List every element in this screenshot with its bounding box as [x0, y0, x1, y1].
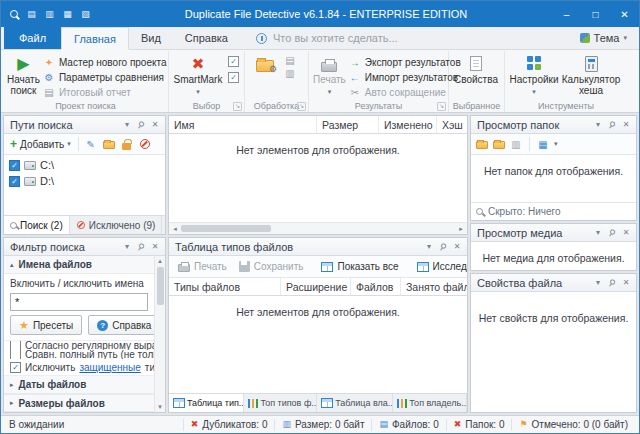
full-path-checkbox-row[interactable]: Сравн. полный путь (не только и	[4, 350, 154, 359]
lock-icon[interactable]	[119, 136, 135, 152]
add-path-button[interactable]: + Добавить ▾	[7, 137, 74, 152]
auto-reduce-button[interactable]: ✂ Авто сокращение	[349, 85, 461, 99]
tab-excluded-paths[interactable]: Исключено (9)	[70, 216, 163, 234]
summary-report-button[interactable]: ▤ Итоговый отчет	[43, 85, 167, 99]
tab-owners-table[interactable]: Таблица вла...	[317, 394, 393, 412]
chevron-down-icon[interactable]: ▾	[554, 140, 558, 148]
folder-browse-icon[interactable]	[101, 136, 117, 152]
refresh-icon[interactable]: ▥	[510, 139, 522, 150]
exclude-protected-checkbox-row[interactable]: ✓ Исключить защищенные типы фа	[4, 359, 154, 376]
path-checkbox[interactable]: ✓	[9, 160, 20, 171]
column-files[interactable]: Файлов	[351, 278, 401, 295]
settings-button[interactable]: Настройки ▾	[508, 52, 560, 99]
app-icon[interactable]	[7, 8, 20, 21]
tab-file-types-table[interactable]: Таблица тип...	[169, 394, 244, 412]
scroll-thumb[interactable]	[157, 267, 164, 305]
tab-label: Топ владель...	[409, 398, 467, 408]
open-project-icon[interactable]: ▥	[43, 8, 56, 21]
section-file-dates[interactable]: ▸ Даты файлов	[4, 376, 154, 394]
column-name[interactable]: Имя	[169, 116, 317, 133]
column-modified[interactable]: Изменено	[379, 116, 437, 133]
path-row[interactable]: ✓ C:\	[4, 157, 165, 173]
section-file-sizes[interactable]: ▸ Размеры файлов	[4, 394, 154, 412]
filter-vertical-scrollbar[interactable]: ▴ ▾	[154, 256, 165, 412]
presets-button[interactable]: ★ Пресеты	[10, 315, 82, 335]
maximize-button[interactable]: □	[581, 1, 610, 27]
close-icon[interactable]: ✕	[619, 226, 633, 240]
import-results-button[interactable]: ← Импорт результатов	[349, 70, 461, 84]
view-options-icon[interactable]: ▦	[537, 139, 549, 150]
minimize-button[interactable]: –	[552, 1, 581, 27]
process-copy-icon[interactable]: ▤	[284, 54, 296, 66]
print-table-label: Печать	[194, 261, 227, 272]
comparison-options-button[interactable]: ⚙ Параметры сравнения	[43, 70, 167, 84]
expand-folders-icon[interactable]	[476, 141, 488, 149]
column-size[interactable]: Размер	[317, 116, 379, 133]
save-project-icon[interactable]: ▦	[61, 8, 74, 21]
show-all-button[interactable]: Показать все	[316, 259, 403, 274]
tab-search-label: Поиск (2)	[20, 220, 63, 231]
report-icon[interactable]: ▧	[79, 8, 92, 21]
tell-me-search[interactable]: Что вы хотите сделать...	[256, 27, 398, 49]
tab-help[interactable]: Справка	[173, 27, 240, 49]
regex-checkbox[interactable]	[10, 341, 21, 350]
process-move-icon[interactable]: ▥	[284, 67, 296, 79]
column-extension[interactable]: Расширение	[281, 278, 351, 295]
selection-dialog-launcher[interactable]: ↘	[233, 102, 242, 111]
scroll-left-arrow[interactable]: ◂	[170, 225, 180, 233]
path-checkbox[interactable]: ✓	[9, 176, 20, 187]
edit-path-icon[interactable]: ✎	[83, 136, 99, 152]
tab-top-owners[interactable]: Топ владель...	[393, 394, 467, 412]
exclude-path-icon[interactable]	[137, 136, 153, 152]
scroll-right-arrow[interactable]: ▸	[456, 225, 466, 233]
column-file-types[interactable]: Типы файлов	[169, 278, 281, 295]
scroll-down-arrow[interactable]: ▾	[155, 402, 165, 412]
save-table-button[interactable]: Сохранить	[234, 259, 309, 274]
start-search-button[interactable]: ▶ Начать поиск	[6, 52, 41, 98]
close-icon[interactable]: ✕	[148, 118, 162, 132]
hidden-filter-row[interactable]: Скрыто: Ничего	[471, 202, 636, 220]
tab-top-file-types[interactable]: Топ типов ф...	[244, 394, 317, 412]
collapse-folders-icon[interactable]	[493, 141, 505, 149]
path-row[interactable]: ✓ D:\	[4, 173, 165, 189]
presets-label: Пресеты	[33, 320, 73, 331]
close-icon[interactable]: ✕	[619, 276, 633, 290]
new-project-icon[interactable]: ▤	[25, 8, 38, 21]
close-button[interactable]: ✕	[610, 1, 639, 27]
regex-checkbox-row[interactable]: Согласно регулярному выражение	[4, 341, 154, 350]
results-dialog-launcher[interactable]: ↘	[437, 102, 446, 111]
column-hash[interactable]: Хэш	[437, 116, 467, 133]
media-view-header: Просмотр медиа ▾ ⚲ ✕	[471, 224, 636, 242]
explore-button[interactable]: Исследовать	[412, 259, 468, 274]
name-pattern-input[interactable]	[10, 293, 148, 311]
tab-view[interactable]: Вид	[129, 27, 173, 49]
properties-button[interactable]: Свойства	[452, 52, 500, 87]
tab-file[interactable]: Файл	[4, 27, 61, 49]
mark-all-icon[interactable]: ✓	[228, 56, 239, 67]
close-icon[interactable]: ✕	[450, 240, 464, 254]
close-icon[interactable]: ✕	[619, 118, 633, 132]
full-path-checkbox[interactable]	[10, 350, 21, 359]
export-results-button[interactable]: → Экспорт результатов	[349, 55, 461, 69]
section-file-names[interactable]: ▴ Имена файлов	[4, 256, 154, 274]
invert-marks-icon[interactable]: ✓	[228, 72, 239, 83]
tab-search-paths[interactable]: Поиск (2)	[4, 216, 70, 234]
print-table-button[interactable]: Печать	[173, 259, 232, 274]
process-files-button[interactable]: ⚙	[248, 52, 282, 75]
exclude-protected-checkbox[interactable]: ✓	[10, 362, 21, 373]
smartmark-button[interactable]: ✖ SmartMark ▾	[172, 52, 224, 99]
new-project-wizard-button[interactable]: ✦ Мастер нового проекта	[43, 55, 167, 69]
help-button[interactable]: ? Справка	[88, 315, 154, 335]
results-list-panel: Имя Размер Изменено Хэш Нет элементов дл…	[168, 115, 468, 235]
column-occupied[interactable]: Занято файла	[401, 278, 467, 295]
print-button[interactable]: Печать ▾	[312, 52, 347, 99]
theme-selector[interactable]: Тема ▾	[568, 27, 639, 49]
hash-calculator-button[interactable]: Калькулятор хеша	[560, 52, 622, 98]
scroll-up-arrow[interactable]: ▴	[155, 256, 165, 266]
scroll-thumb[interactable]	[181, 225, 271, 232]
protected-types-link[interactable]: защищенные	[79, 362, 140, 373]
processing-dialog-launcher[interactable]: ↘	[297, 102, 306, 111]
tab-home[interactable]: Главная	[61, 27, 129, 50]
close-icon[interactable]: ✕	[148, 240, 162, 254]
results-horizontal-scrollbar[interactable]: ◂ ▸	[169, 222, 467, 234]
